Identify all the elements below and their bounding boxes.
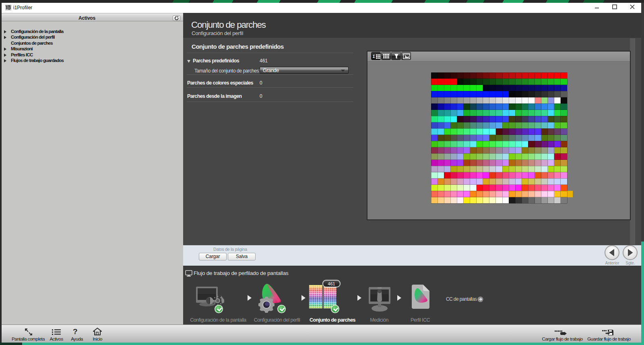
svg-text:Σ: Σ <box>373 54 375 59</box>
